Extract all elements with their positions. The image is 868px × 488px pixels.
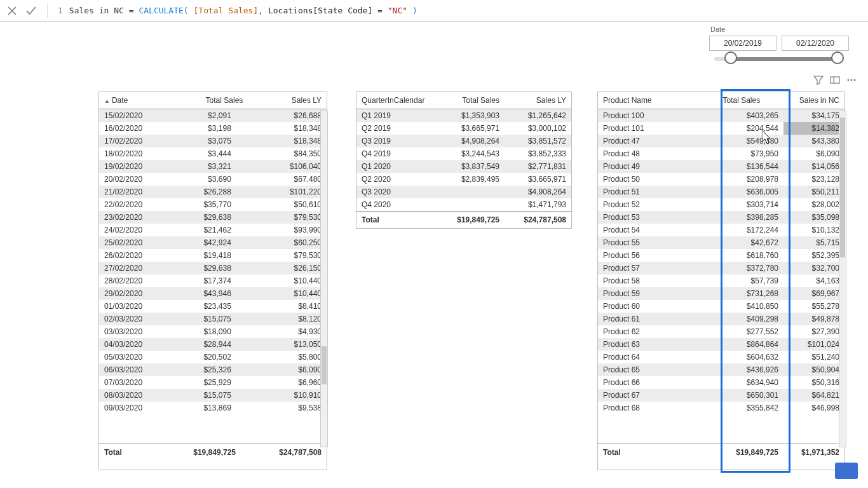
table-row[interactable]: 17/02/2020$3,075$18,348	[99, 135, 327, 147]
table-row[interactable]: Product 53$398,285$35,098	[598, 211, 844, 224]
table-row[interactable]: 24/02/2020$21,462$93,990	[99, 224, 327, 236]
col-header-date[interactable]: ▲Date	[99, 92, 155, 109]
table-row[interactable]: Q4 2020$1,471,793	[356, 198, 571, 212]
commit-icon[interactable]	[25, 5, 37, 17]
formula-segment: CALCULATE	[139, 6, 183, 15]
total-row: Total $19,849,725 $24,787,508	[99, 444, 327, 461]
table-row[interactable]: Product 56$618,760$52,395	[598, 249, 844, 262]
table-row[interactable]: Q2 2020$2,839,495$3,665,971	[356, 173, 571, 186]
table-row[interactable]: 21/02/2020$26,288$101,220	[99, 186, 327, 198]
table-row[interactable]: 08/03/2020$15,075$10,910	[99, 389, 327, 402]
table-row[interactable]: Product 67$650,301$64,821	[598, 389, 844, 402]
table-row[interactable]: Product 59$731,268$69,967	[598, 287, 844, 300]
formula-segment: Sales in NC	[69, 6, 129, 15]
table-row[interactable]: 26/02/2020$19,418$79,530	[99, 249, 327, 262]
focus-mode-icon[interactable]	[830, 75, 840, 85]
table-row[interactable]: Product 60$410,850$55,278	[598, 300, 844, 313]
scrollbar[interactable]	[839, 111, 846, 447]
formula-segment: [Total Sales]	[194, 6, 259, 15]
table-row[interactable]: Product 66$634,940$50,316	[598, 376, 844, 389]
total-row: Total $19,849,725 $24,787,508	[356, 212, 571, 229]
table-row[interactable]: Product 54$172,244$10,132	[598, 224, 844, 236]
table-row[interactable]: 19/02/2020$3,321$106,040	[99, 160, 327, 173]
table-row[interactable]: Product 57$372,780$32,700	[598, 262, 844, 274]
table-row[interactable]: 01/03/2020$23,435$8,410	[99, 300, 327, 313]
daily-sales-table[interactable]: ▲Date Total Sales Sales LY 15/02/2020$2,…	[98, 92, 327, 470]
formula-segment	[407, 6, 412, 15]
formula-bar: 1 Sales in NC = CALCULATE ( [Total Sales…	[0, 0, 868, 22]
table-row[interactable]: Product 68$355,842$46,998	[598, 402, 844, 414]
table-row[interactable]: 23/02/2020$29,638$79,530	[99, 211, 327, 224]
table-row[interactable]: 15/02/2020$2,091$26,688	[99, 109, 327, 122]
table-row[interactable]: Product 52$303,714$28,002	[598, 198, 844, 211]
formula-segment: ,	[258, 6, 268, 15]
table-row[interactable]: Product 50$208,978$23,128	[598, 173, 844, 186]
table-row[interactable]: Product 61$409,298$49,878	[598, 313, 844, 325]
quarter-sales-table[interactable]: QuarterInCalendar Total Sales Sales LY Q…	[356, 92, 572, 229]
table-row[interactable]: Product 63$864,864$101,024	[598, 338, 844, 351]
col-header-sales-ly[interactable]: Sales LY	[505, 92, 571, 109]
table-row[interactable]: Q3 2020$4,908,264	[356, 186, 571, 198]
table-row[interactable]: 03/03/2020$18,090$4,930	[99, 325, 327, 338]
table-row[interactable]: Product 47$549,480$43,380	[598, 135, 844, 147]
col-header-sales-ly[interactable]: Sales LY	[248, 92, 327, 109]
table-row[interactable]: Product 55$42,672$5,715	[598, 236, 844, 249]
table-row[interactable]: Product 51$636,005$50,211	[598, 186, 844, 198]
formula-segment: =	[129, 6, 139, 15]
scrollbar[interactable]	[320, 111, 328, 447]
col-header-product-name[interactable]: Product Name	[598, 92, 691, 109]
date-from-input[interactable]: 20/02/2019	[709, 36, 776, 51]
cancel-icon[interactable]	[6, 5, 18, 17]
table-row[interactable]: 27/02/2020$29,638$26,150	[99, 262, 327, 274]
table-row[interactable]: Q1 2019$1,353,903$1,265,642	[356, 109, 571, 123]
table-row[interactable]: 22/02/2020$35,770$50,610	[99, 198, 327, 211]
table-row[interactable]: Product 62$277,552$27,390	[598, 325, 844, 338]
table-row[interactable]: Product 58$57,739$4,163	[598, 274, 844, 287]
table-row[interactable]: 18/02/2020$3,444$84,350	[99, 147, 327, 160]
table-row[interactable]: Q2 2019$3,665,971$3,000,102	[356, 122, 571, 135]
col-header-total-sales[interactable]: Total Sales	[155, 92, 248, 109]
corner-badge	[835, 463, 858, 479]
filter-icon[interactable]	[813, 75, 824, 85]
formula-text[interactable]: 1 Sales in NC = CALCULATE ( [Total Sales…	[58, 6, 417, 15]
table-row[interactable]: 09/03/2020$13,869$9,538	[99, 402, 327, 414]
table-row[interactable]: 28/02/2020$17,374$10,440	[99, 274, 327, 287]
table-row[interactable]: Q3 2019$4,908,264$3,851,572	[356, 135, 571, 147]
table-row[interactable]: 07/03/2020$25,929$6,960	[99, 376, 327, 389]
date-slider-handle-from[interactable]	[724, 51, 737, 64]
date-slider-handle-to[interactable]	[831, 51, 844, 64]
table-row[interactable]: Product 64$604,632$51,240	[598, 351, 844, 363]
col-header-quarter[interactable]: QuarterInCalendar	[356, 92, 438, 109]
svg-point-2	[851, 79, 853, 81]
table-row[interactable]: Product 49$136,544$14,056	[598, 160, 844, 173]
date-slicer-label: Date	[709, 25, 849, 33]
table-row[interactable]: 02/03/2020$15,075$8,120	[99, 313, 327, 325]
table-row[interactable]: Q4 2019$3,244,543$3,852,333	[356, 147, 571, 160]
product-sales-table[interactable]: Product Name Total Sales Sales in NC Pro…	[597, 92, 845, 470]
date-to-input[interactable]: 02/12/2020	[782, 36, 849, 51]
table-row[interactable]: Product 48$73,950$6,090	[598, 147, 844, 160]
date-slicer[interactable]: Date 20/02/2019 02/12/2020	[709, 25, 849, 61]
col-header-total-sales[interactable]: Total Sales	[691, 92, 765, 109]
more-options-icon[interactable]	[846, 75, 857, 85]
formula-segment: "NC"	[388, 6, 407, 15]
svg-rect-0	[831, 77, 839, 83]
table-row[interactable]: 06/03/2020$25,326$6,090	[99, 363, 327, 376]
date-slider-track[interactable]	[714, 57, 844, 61]
formula-segment	[189, 6, 194, 15]
divider	[47, 4, 48, 18]
table-row[interactable]: 29/02/2020$43,946$10,440	[99, 287, 327, 300]
svg-point-3	[854, 79, 856, 81]
table-row[interactable]: Product 100$403,265$34,175	[598, 109, 844, 122]
table-row[interactable]: 05/03/2020$20,502$5,800	[99, 351, 327, 363]
table-row[interactable]: Q1 2020$3,837,549$2,771,831	[356, 160, 571, 173]
col-header-total-sales[interactable]: Total Sales	[438, 92, 505, 109]
table-row[interactable]: Product 101$204,544$14,382	[598, 122, 844, 135]
col-header-sales-in-nc[interactable]: Sales in NC	[765, 92, 844, 109]
table-row[interactable]: 04/03/2020$28,944$13,050	[99, 338, 327, 351]
formula-segment: (	[184, 6, 189, 15]
table-row[interactable]: 25/02/2020$42,924$60,250	[99, 236, 327, 249]
table-row[interactable]: 16/02/2020$3,198$18,348	[99, 122, 327, 135]
table-row[interactable]: Product 65$436,926$50,904	[598, 363, 844, 376]
table-row[interactable]: 20/02/2020$3,690$67,480	[99, 173, 327, 186]
